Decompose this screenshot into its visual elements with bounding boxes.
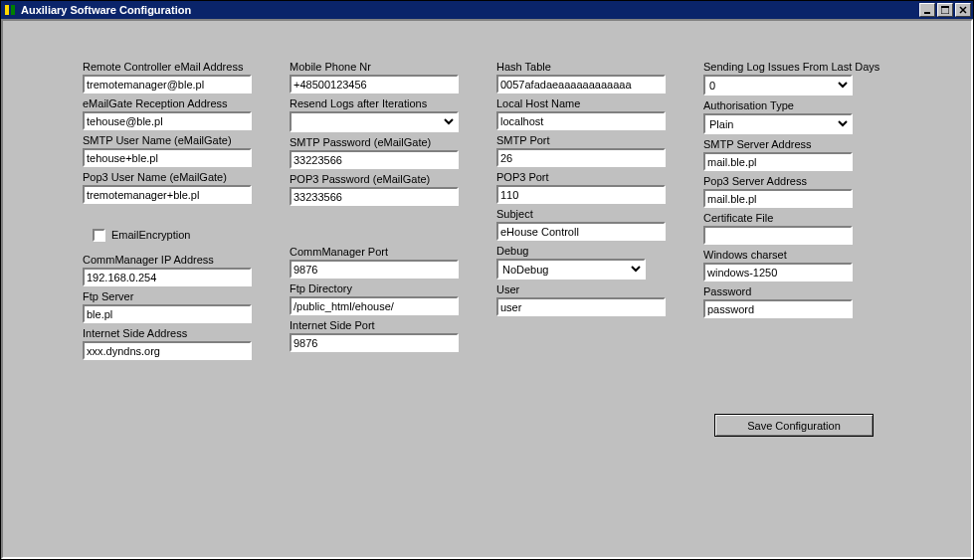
pop3-pw-label: POP3 Password (eMailGate) [290,173,469,187]
pop3-srv-input[interactable] [703,189,853,208]
ftp-server-label: Ftp Server [83,290,262,304]
app-window: Auxiliary Software Configuration Remote … [0,0,974,560]
client-area: Remote Controller eMail Address eMailGat… [1,19,973,559]
comm-ip-label: CommManager IP Address [83,254,262,268]
comm-port-input[interactable] [290,260,459,279]
remote-email-label: Remote Controller eMail Address [83,61,262,75]
mobile-label: Mobile Phone Nr [290,61,469,75]
comm-port-label: CommManager Port [290,246,469,260]
internet-port-input[interactable] [290,333,459,352]
debug-label: Debug [496,245,676,259]
cert-label: Certificate File [703,212,882,226]
svg-rect-0 [5,5,9,15]
user-label: User [496,283,676,297]
pop3-port-label: POP3 Port [496,171,676,185]
titlebar[interactable]: Auxiliary Software Configuration [1,1,973,19]
ftp-dir-label: Ftp Directory [290,282,469,296]
column-3: Hash Table Local Host Name SMTP Port POP… [496,61,676,364]
internet-addr-label: Internet Side Address [83,327,262,341]
subject-input[interactable] [496,222,666,241]
emailgate-recv-label: eMailGate Reception Address [83,97,262,111]
maximize-button[interactable] [937,3,953,17]
remote-email-input[interactable] [83,75,252,93]
pop3-pw-input[interactable] [290,187,459,206]
mobile-input[interactable] [290,75,459,93]
smtp-pw-input[interactable] [290,150,459,169]
smtp-user-input[interactable] [83,148,252,167]
column-2: Mobile Phone Nr Resend Logs after Iterat… [290,61,469,364]
smtp-port-label: SMTP Port [496,134,676,148]
comm-ip-input[interactable] [83,268,252,286]
password-label: Password [703,285,882,299]
save-configuration-button[interactable]: Save Configuration [714,414,874,437]
localhost-input[interactable] [496,111,666,130]
window-title: Auxiliary Software Configuration [21,4,191,16]
log-days-label: Sending Log Issues From Last Days [703,61,882,75]
emailgate-recv-input[interactable] [83,111,252,130]
column-4: Sending Log Issues From Last Days 0 Auth… [703,61,882,364]
resend-logs-label: Resend Logs after Iterations [290,97,469,111]
hash-label: Hash Table [496,61,676,75]
pop3-port-input[interactable] [496,185,666,204]
localhost-label: Local Host Name [496,97,676,111]
password-input[interactable] [703,299,853,318]
minimize-button[interactable] [919,3,935,17]
smtp-pw-label: SMTP Password (eMailGate) [290,136,469,150]
hash-input[interactable] [496,75,666,93]
close-button[interactable] [955,3,971,17]
cert-input[interactable] [703,226,853,245]
app-icon [3,3,17,17]
svg-rect-1 [11,5,15,15]
smtp-port-input[interactable] [496,148,666,167]
email-encryption-checkbox[interactable] [93,229,105,242]
resend-logs-select[interactable] [290,111,459,132]
debug-select[interactable]: NoDebug [496,259,646,280]
internet-addr-input[interactable] [83,341,252,360]
auth-select[interactable]: Plain [703,113,853,134]
log-days-select[interactable]: 0 [703,75,853,95]
pop3-user-label: Pop3 User Name (eMailGate) [83,171,262,185]
internet-port-label: Internet Side Port [290,319,469,333]
charset-input[interactable] [703,263,853,281]
column-1: Remote Controller eMail Address eMailGat… [83,61,262,364]
ftp-server-input[interactable] [83,304,252,323]
smtp-srv-label: SMTP Server Address [703,138,882,152]
email-encryption-label: EmailEncryption [111,229,190,241]
pop3-srv-label: Pop3 Server Address [703,175,882,189]
subject-label: Subject [496,208,676,222]
user-input[interactable] [496,297,666,316]
svg-rect-2 [924,12,930,14]
smtp-srv-input[interactable] [703,152,853,171]
auth-label: Authorisation Type [703,99,882,113]
smtp-user-label: SMTP User Name (eMailGate) [83,134,262,148]
pop3-user-input[interactable] [83,185,252,204]
svg-rect-4 [941,6,949,8]
ftp-dir-input[interactable] [290,296,459,315]
charset-label: Windows charset [703,249,882,263]
